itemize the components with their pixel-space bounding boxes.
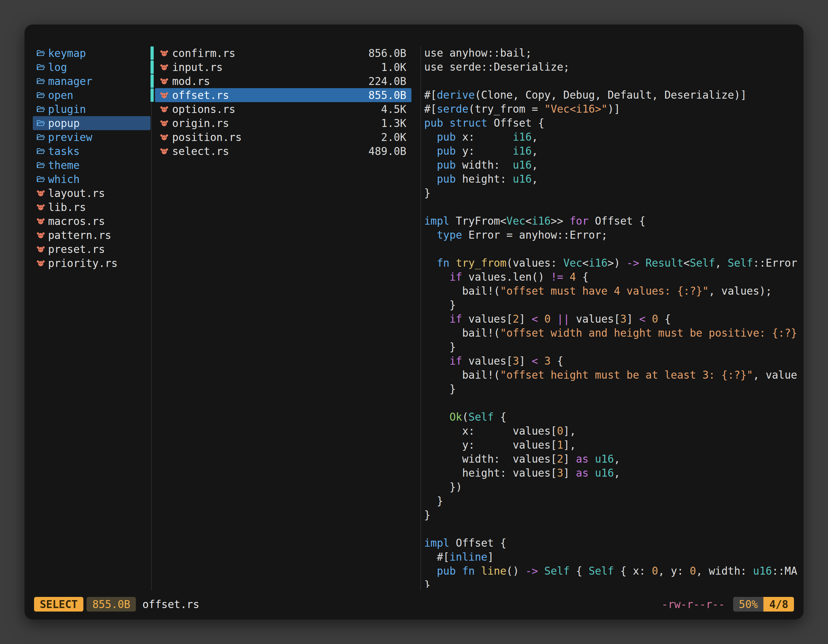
code-line: pub height: u16,: [424, 172, 800, 186]
parent-file-priority.rs[interactable]: priority.rs: [33, 256, 151, 270]
code-line: pub width: u16,: [424, 158, 800, 172]
code-line: impl TryFrom<Vec<i16>> for Offset {: [424, 214, 800, 228]
code-line: if values[2] < 0 || values[3] < 0 {: [424, 312, 800, 326]
folder-icon: [36, 132, 45, 142]
code-line: width: values[2] as u16,: [424, 452, 800, 466]
parent-file-layout.rs[interactable]: layout.rs: [33, 186, 151, 200]
status-bar: SELECT 855.0B offset.rs -rw-r--r-- 50% 4…: [34, 597, 794, 611]
code-line: }): [424, 480, 800, 494]
entry-label: macros.rs: [48, 215, 105, 227]
code-line: }: [424, 578, 800, 588]
file-name: origin.rs: [172, 117, 381, 130]
code-line: pub x: i16,: [424, 130, 800, 144]
rust-crab-icon: [160, 132, 169, 142]
rust-crab-icon: [160, 90, 169, 100]
code-line: use anyhow::bail;: [424, 46, 800, 60]
entry-label: lib.rs: [48, 201, 86, 213]
parent-file-preset.rs[interactable]: preset.rs: [33, 242, 151, 256]
file-size: 2.0K: [381, 131, 406, 144]
code-line: }: [424, 340, 800, 354]
entry-label: which: [48, 173, 80, 185]
parent-dir-popup[interactable]: popup: [33, 116, 151, 130]
code-line: }: [424, 186, 800, 200]
rust-crab-icon: [36, 244, 45, 254]
code-line: Ok(Self {: [424, 410, 800, 424]
entry-label: preview: [48, 131, 92, 144]
code-line: [424, 242, 800, 256]
folder-icon: [36, 76, 45, 86]
code-line: height: values[3] as u16,: [424, 466, 800, 480]
current-directory-pane[interactable]: confirm.rs856.0Binput.rs1.0Kmod.rs224.0B…: [155, 46, 411, 158]
rust-crab-icon: [160, 49, 169, 58]
file-row-options.rs[interactable]: options.rs4.5K: [155, 102, 411, 116]
rust-crab-icon: [160, 63, 169, 72]
file-row-offset.rs[interactable]: offset.rs855.0B: [155, 88, 411, 102]
file-size: 856.0B: [369, 47, 406, 60]
yazi-file-manager-window: keymaplogmanageropenpluginpopuppreviewta…: [25, 25, 803, 619]
parent-directory-pane[interactable]: keymaplogmanageropenpluginpopuppreviewta…: [33, 46, 151, 270]
rust-crab-icon: [160, 146, 169, 156]
scroll-percent-badge: 50%: [733, 597, 764, 611]
parent-dir-log[interactable]: log: [33, 60, 151, 74]
code-line: if values[3] < 3 {: [424, 354, 800, 368]
file-permissions: -rw-r--r--: [662, 598, 725, 611]
code-line: [424, 396, 800, 410]
file-row-confirm.rs[interactable]: confirm.rs856.0B: [155, 46, 411, 60]
parent-dir-manager[interactable]: manager: [33, 74, 151, 88]
file-size-badge: 855.0B: [86, 597, 136, 611]
entry-label: theme: [48, 159, 80, 171]
file-row-origin.rs[interactable]: origin.rs1.3K: [155, 116, 411, 130]
rust-crab-icon: [36, 230, 45, 240]
parent-file-macros.rs[interactable]: macros.rs: [33, 214, 151, 228]
code-preview: use anyhow::bail;use serde::Deserialize;…: [424, 46, 800, 588]
folder-icon: [36, 63, 45, 72]
code-line: }: [424, 298, 800, 312]
file-name: confirm.rs: [172, 47, 369, 60]
file-size: 224.0B: [369, 75, 406, 88]
parent-file-pattern.rs[interactable]: pattern.rs: [33, 228, 151, 242]
code-line: #[inline]: [424, 550, 800, 564]
rust-crab-icon: [36, 188, 45, 198]
code-line: [424, 74, 800, 88]
code-line: fn try_from(values: Vec<i16>) -> Result<…: [424, 256, 800, 270]
parent-dir-tasks[interactable]: tasks: [33, 144, 151, 158]
code-line: pub fn line() -> Self { Self { x: 0, y: …: [424, 564, 800, 578]
folder-icon: [36, 146, 45, 156]
entry-label: priority.rs: [48, 257, 118, 270]
parent-file-lib.rs[interactable]: lib.rs: [33, 200, 151, 214]
code-line: x: values[0],: [424, 424, 800, 438]
cursor-position-badge: 4/8: [764, 597, 794, 611]
parent-dir-plugin[interactable]: plugin: [33, 102, 151, 116]
code-line: y: values[1],: [424, 438, 800, 452]
file-row-input.rs[interactable]: input.rs1.0K: [155, 60, 411, 74]
rust-crab-icon: [160, 76, 169, 86]
file-row-mod.rs[interactable]: mod.rs224.0B: [155, 74, 411, 88]
folder-icon: [36, 118, 45, 128]
code-line: use serde::Deserialize;: [424, 60, 800, 74]
entry-label: open: [48, 89, 73, 102]
rust-crab-icon: [36, 202, 45, 212]
rust-crab-icon: [160, 104, 169, 114]
rust-crab-icon: [36, 259, 45, 268]
file-size: 855.0B: [369, 89, 406, 102]
parent-dir-open[interactable]: open: [33, 88, 151, 102]
code-line: }: [424, 494, 800, 508]
file-name: input.rs: [172, 61, 381, 74]
preview-pane[interactable]: use anyhow::bail;use serde::Deserialize;…: [424, 46, 800, 588]
file-row-select.rs[interactable]: select.rs489.0B: [155, 144, 411, 158]
file-size: 489.0B: [369, 145, 406, 158]
code-line: bail!("offset must have 4 values: {:?}",…: [424, 284, 800, 298]
entry-label: layout.rs: [48, 187, 105, 199]
code-line: pub struct Offset {: [424, 116, 800, 130]
parent-dir-keymap[interactable]: keymap: [33, 46, 151, 60]
code-line: #[serde(try_from = "Vec<i16>")]: [424, 102, 800, 116]
entry-label: popup: [48, 117, 80, 130]
parent-dir-which[interactable]: which: [33, 172, 151, 186]
folder-icon: [36, 160, 45, 170]
file-row-position.rs[interactable]: position.rs2.0K: [155, 130, 411, 144]
file-name: mod.rs: [172, 75, 369, 88]
parent-dir-theme[interactable]: theme: [33, 158, 151, 172]
rust-crab-icon: [160, 118, 169, 128]
parent-dir-preview[interactable]: preview: [33, 130, 151, 144]
entry-label: pattern.rs: [48, 229, 111, 241]
